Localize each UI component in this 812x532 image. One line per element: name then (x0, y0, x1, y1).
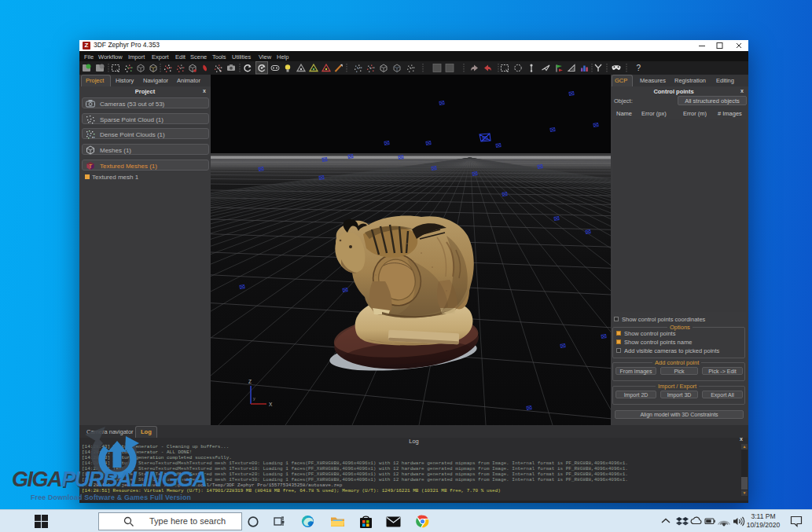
svg-text:y: y (253, 396, 255, 401)
svg-text:X: X (269, 402, 273, 407)
svg-text:Z: Z (248, 379, 252, 384)
svg-text:T: T (89, 163, 93, 169)
svg-text:?: ? (637, 64, 641, 72)
